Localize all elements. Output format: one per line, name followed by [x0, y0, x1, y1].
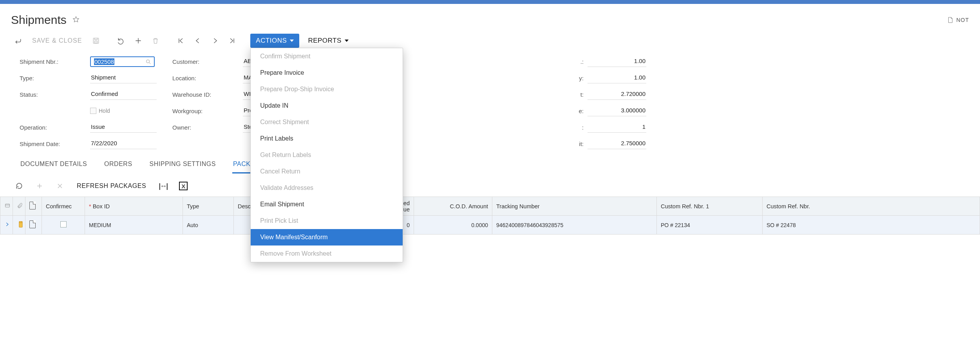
add-icon[interactable]	[131, 34, 145, 48]
shipment-nbr-value: 002508	[94, 58, 114, 65]
actions-menu-item: Validate Addresses	[251, 180, 403, 196]
col-cod-amount[interactable]: C.O.D. Amount	[414, 197, 492, 216]
col-attachment[interactable]	[13, 197, 25, 216]
workgroup-label: Workgroup:	[172, 108, 243, 114]
row-ref1[interactable]: PO # 22134	[657, 216, 763, 235]
tab-orders[interactable]: ORDERS	[103, 157, 133, 173]
caret-down-icon	[345, 40, 349, 42]
actions-menu-item: Confirm Shipment	[251, 48, 403, 65]
operation-value: Issue	[90, 122, 157, 133]
notes-label: NOT	[956, 17, 969, 23]
detail-tabs: DOCUMENT DETAILS ORDERS SHIPPING SETTING…	[0, 155, 980, 174]
col-confirmed[interactable]: Confirmec	[42, 197, 85, 216]
grid-delete-icon[interactable]	[53, 179, 67, 193]
row-tracking[interactable]: 9462400897846043928575	[492, 216, 657, 235]
prev-record-icon[interactable]	[191, 34, 205, 48]
actions-menu-item[interactable]: View Manifest/Scanform	[251, 229, 403, 235]
location-label: Location:	[172, 75, 243, 81]
col-tracking-number[interactable]: Tracking Number	[492, 197, 657, 216]
undo-icon[interactable]	[114, 34, 128, 48]
actions-menu-item[interactable]: Print Labels	[251, 130, 403, 147]
caret-down-icon	[290, 40, 294, 42]
first-record-icon[interactable]	[174, 34, 188, 48]
summary-r2-value: 1.00	[588, 72, 646, 83]
grid-toolbar: REFRESH PACKAGES |↔| X	[0, 174, 980, 197]
svg-rect-4	[19, 222, 22, 227]
row-attachment-icon[interactable]	[13, 216, 25, 235]
owner-label: Owner:	[172, 124, 243, 131]
summary-r6-value: 2.750000	[588, 138, 646, 149]
summary-r3-value: 2.720000	[588, 89, 646, 100]
actions-menu-item[interactable]: Update IN	[251, 97, 403, 114]
actions-menu-item: Prepare Drop-Ship Invoice	[251, 81, 403, 97]
shipment-nbr-label: Shipment Nbr.:	[20, 58, 90, 65]
col-box-id[interactable]: * Box ID	[85, 197, 183, 216]
row-box-id[interactable]: MEDIUM	[85, 216, 183, 235]
summary-r1-value: 1.00	[588, 56, 646, 67]
page-header: Shipments NOT	[0, 4, 980, 31]
customer-label: Customer:	[172, 58, 243, 65]
actions-label: ACTIONS	[256, 37, 287, 45]
table-row[interactable]: MEDIUM Auto 0 0.0000 9462400897846043928…	[0, 216, 980, 235]
col-ref1[interactable]: Custom Ref. Nbr. 1	[657, 197, 763, 216]
packages-grid: Confirmec * Box ID Type Description ed u…	[0, 197, 980, 235]
col-ref2[interactable]: Custom Ref. Nbr.	[763, 197, 980, 216]
actions-menu-item[interactable]: Prepare Invoice	[251, 65, 403, 81]
summary-r2-label: y:	[572, 75, 588, 81]
export-excel-icon[interactable]: X	[177, 179, 190, 193]
row-ref2[interactable]: SO # 22478	[763, 216, 980, 235]
col-row-handle[interactable]	[0, 197, 13, 216]
row-type[interactable]: Auto	[183, 216, 234, 235]
row-cod[interactable]: 0.0000	[414, 216, 492, 235]
summary-r5-value: 1	[588, 122, 646, 133]
back-icon[interactable]	[11, 34, 25, 48]
actions-menu-item: Print Pick List	[251, 213, 403, 229]
reports-label: REPORTS	[308, 37, 341, 45]
delete-icon[interactable]	[148, 34, 163, 48]
last-record-icon[interactable]	[225, 34, 239, 48]
col-type[interactable]: Type	[183, 197, 234, 216]
tab-document-details[interactable]: DOCUMENT DETAILS	[20, 157, 88, 173]
actions-dropdown-button[interactable]: ACTIONS	[250, 34, 299, 48]
lookup-icon[interactable]	[145, 59, 152, 66]
summary-r6-label: it:	[572, 141, 588, 147]
grid-header-row: Confirmec * Box ID Type Description ed u…	[0, 197, 980, 216]
next-record-icon[interactable]	[208, 34, 222, 48]
main-toolbar: SAVE & CLOSE ACTIONS REPORTS	[0, 31, 980, 55]
actions-menu-item: Cancel Return	[251, 163, 403, 180]
shipment-nbr-input[interactable]: 002508	[90, 56, 155, 67]
shipment-date-value: 7/22/2020	[90, 138, 157, 149]
type-value: Shipment	[90, 72, 157, 83]
summary-r3-label: t:	[572, 91, 588, 98]
summary-r5-label: :	[572, 124, 588, 131]
reports-dropdown-button[interactable]: REPORTS	[302, 34, 354, 48]
summary-r1-label: .:	[572, 58, 588, 65]
favorite-star-icon[interactable]	[72, 16, 80, 25]
svg-rect-0	[94, 38, 99, 43]
shipment-date-label: Shipment Date:	[20, 141, 90, 147]
refresh-packages-button[interactable]: REFRESH PACKAGES	[74, 182, 149, 190]
actions-menu-item[interactable]: Email Shipment	[251, 196, 403, 213]
refresh-icon[interactable]	[13, 179, 26, 193]
tab-shipping-settings[interactable]: SHIPPING SETTINGS	[149, 157, 217, 173]
col-file[interactable]	[25, 197, 42, 216]
row-selector[interactable]	[0, 216, 13, 235]
page-title: Shipments	[11, 13, 67, 27]
save-close-button[interactable]: SAVE & CLOSE	[28, 34, 86, 48]
actions-dropdown-menu: Confirm ShipmentPrepare InvoicePrepare D…	[250, 48, 403, 235]
summary-r4-value: 3.000000	[588, 105, 646, 116]
svg-rect-1	[95, 41, 98, 43]
row-file-icon[interactable]	[25, 216, 42, 235]
svg-point-2	[146, 60, 150, 63]
row-confirmed-checkbox[interactable]	[42, 216, 85, 235]
status-label: Status:	[20, 91, 90, 98]
hold-checkbox[interactable]: Hold	[90, 108, 110, 114]
warehouse-label: Warehouse ID:	[172, 91, 243, 98]
fit-columns-icon[interactable]: |↔|	[156, 179, 170, 193]
notes-button[interactable]: NOT	[947, 16, 969, 23]
save-icon[interactable]	[89, 34, 103, 48]
grid-add-icon[interactable]	[33, 179, 46, 193]
type-label: Type:	[20, 75, 90, 81]
top-accent-bar	[0, 0, 980, 4]
svg-rect-3	[5, 204, 10, 207]
